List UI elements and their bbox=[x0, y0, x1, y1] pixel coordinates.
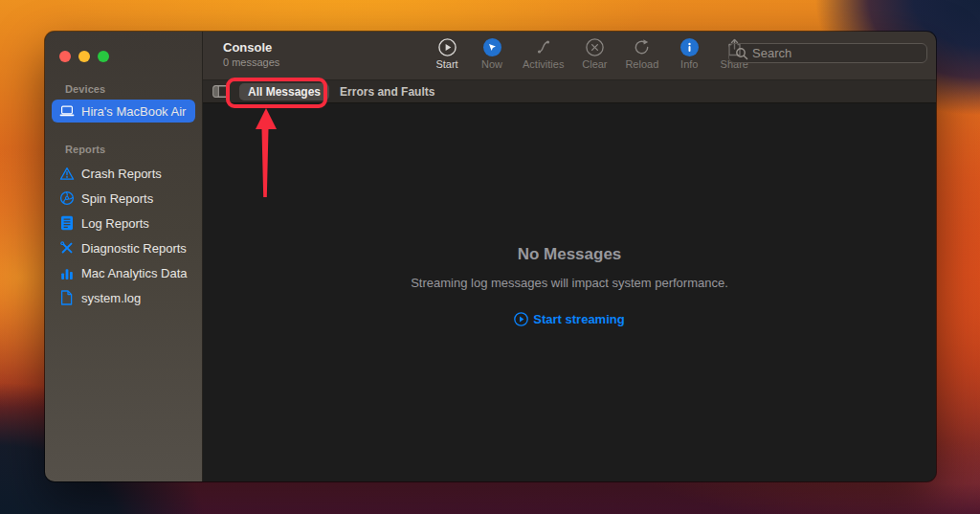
tools-icon bbox=[58, 240, 75, 256]
sidebar-item-device[interactable]: Hira's MacBook Air bbox=[52, 100, 195, 123]
reports-list: Crash Reports Spin Reports Log Reports bbox=[45, 161, 202, 310]
sidebar-item-label: Crash Reports bbox=[81, 167, 162, 181]
desktop-wallpaper: Devices Hira's MacBook Air Reports Crash… bbox=[0, 0, 980, 514]
warning-triangle-icon bbox=[58, 167, 75, 181]
play-circle-icon bbox=[438, 37, 457, 56]
close-window-button[interactable] bbox=[59, 51, 71, 62]
messages-pane: No Messages Streaming log messages will … bbox=[203, 103, 936, 481]
devices-section-header: Devices bbox=[45, 83, 202, 95]
laptop-icon bbox=[58, 105, 75, 117]
sidebar-item-label: Mac Analytics Data bbox=[81, 266, 188, 280]
log-document-icon bbox=[58, 215, 75, 231]
sidebar-item-diagnostic-reports[interactable]: Diagnostic Reports bbox=[52, 235, 195, 260]
window-title: Console bbox=[223, 40, 279, 55]
sidebar-item-spin-reports[interactable]: Spin Reports bbox=[52, 186, 195, 211]
empty-state-title: No Messages bbox=[203, 245, 936, 264]
message-count: 0 messages bbox=[223, 56, 279, 68]
start-streaming-label: Start streaming bbox=[533, 312, 624, 326]
filter-tabbar: All Messages Errors and Faults bbox=[203, 80, 936, 103]
search-field[interactable] bbox=[728, 43, 927, 63]
sidebar-item-label: Hira's MacBook Air bbox=[81, 104, 186, 119]
search-input[interactable] bbox=[752, 46, 921, 60]
activities-button[interactable]: Activities bbox=[523, 37, 564, 70]
minimize-window-button[interactable] bbox=[78, 51, 90, 62]
sidebar-item-mac-analytics[interactable]: Mac Analytics Data bbox=[52, 260, 195, 285]
empty-state: No Messages Streaming log messages will … bbox=[203, 245, 936, 330]
bar-chart-icon bbox=[58, 266, 75, 280]
clear-circle-icon bbox=[586, 37, 604, 56]
toolbar-buttons: Start Now Activities bbox=[433, 37, 748, 70]
tab-errors-and-faults[interactable]: Errors and Faults bbox=[340, 85, 434, 99]
play-circle-icon bbox=[514, 312, 528, 326]
reports-section-header: Reports bbox=[45, 144, 202, 155]
reload-button[interactable]: Reload bbox=[625, 37, 658, 70]
toolbar: Console 0 messages Start Now bbox=[203, 32, 936, 80]
zoom-window-button[interactable] bbox=[98, 51, 109, 62]
sidebar-item-label: Diagnostic Reports bbox=[81, 241, 187, 256]
sidebar: Devices Hira's MacBook Air Reports Crash… bbox=[45, 32, 203, 481]
sidebar-item-label: Spin Reports bbox=[81, 191, 153, 206]
now-button[interactable]: Now bbox=[478, 37, 506, 70]
info-icon bbox=[680, 37, 699, 56]
start-button[interactable]: Start bbox=[433, 37, 461, 70]
info-button[interactable]: Info bbox=[675, 37, 703, 70]
main-area: Console 0 messages Start Now bbox=[203, 32, 936, 481]
document-icon bbox=[58, 290, 75, 305]
window-controls bbox=[45, 32, 202, 62]
sidebar-item-system-log[interactable]: system.log bbox=[52, 285, 195, 310]
sidebar-toggle-icon[interactable] bbox=[212, 85, 229, 98]
activity-route-icon bbox=[535, 37, 552, 56]
reload-icon bbox=[633, 37, 651, 56]
console-window: Devices Hira's MacBook Air Reports Crash… bbox=[45, 32, 936, 481]
sidebar-item-log-reports[interactable]: Log Reports bbox=[52, 211, 195, 235]
spinner-icon bbox=[58, 190, 75, 206]
sidebar-item-label: system.log bbox=[81, 291, 141, 305]
now-arrow-icon bbox=[483, 37, 501, 56]
window-title-block: Console 0 messages bbox=[223, 40, 279, 68]
sidebar-item-label: Log Reports bbox=[81, 216, 149, 231]
empty-state-subtitle: Streaming log messages will impact syste… bbox=[203, 276, 936, 290]
tab-all-messages[interactable]: All Messages bbox=[239, 83, 329, 101]
sidebar-item-crash-reports[interactable]: Crash Reports bbox=[52, 161, 195, 186]
search-icon bbox=[735, 47, 748, 60]
clear-button[interactable]: Clear bbox=[580, 37, 609, 70]
start-streaming-link[interactable]: Start streaming bbox=[514, 312, 624, 326]
